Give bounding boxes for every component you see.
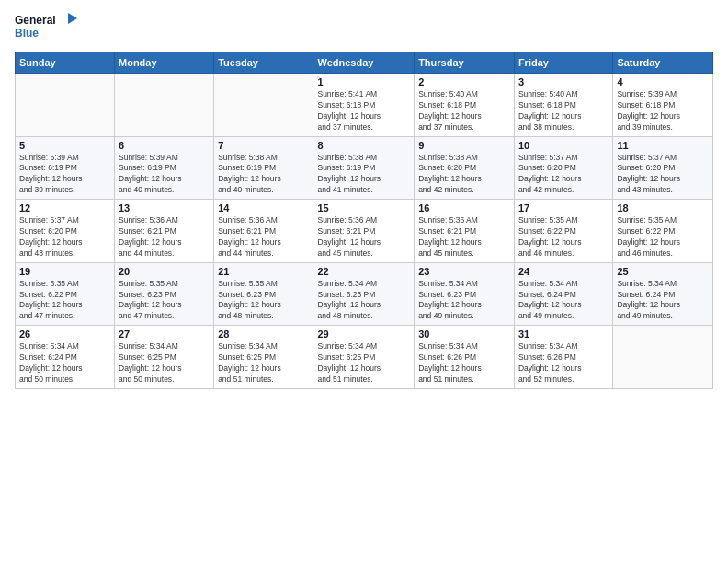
day-number: 21 (218, 266, 309, 277)
week-row-2: 5Sunrise: 5:39 AM Sunset: 6:19 PM Daylig… (16, 136, 713, 200)
calendar-cell: 2Sunrise: 5:40 AM Sunset: 6:18 PM Daylig… (415, 74, 515, 137)
day-info: Sunrise: 5:38 AM Sunset: 6:19 PM Dayligh… (317, 153, 410, 197)
header: General Blue (15, 11, 713, 44)
calendar-cell: 16Sunrise: 5:36 AM Sunset: 6:21 PM Dayli… (415, 200, 515, 263)
calendar-cell: 14Sunrise: 5:36 AM Sunset: 6:21 PM Dayli… (214, 200, 313, 263)
calendar-cell: 20Sunrise: 5:35 AM Sunset: 6:23 PM Dayli… (115, 262, 214, 326)
day-number: 13 (119, 202, 210, 213)
day-number: 17 (518, 202, 609, 213)
day-info: Sunrise: 5:37 AM Sunset: 6:20 PM Dayligh… (518, 153, 609, 197)
day-info: Sunrise: 5:39 AM Sunset: 6:18 PM Dayligh… (617, 89, 709, 133)
calendar-cell: 31Sunrise: 5:34 AM Sunset: 6:26 PM Dayli… (514, 326, 612, 389)
day-number: 22 (317, 266, 410, 277)
day-info: Sunrise: 5:34 AM Sunset: 6:24 PM Dayligh… (617, 279, 709, 323)
weekday-header-sunday: Sunday (16, 52, 115, 74)
day-info: Sunrise: 5:34 AM Sunset: 6:23 PM Dayligh… (317, 279, 410, 323)
svg-text:Blue: Blue (15, 27, 39, 40)
day-number: 12 (19, 202, 110, 213)
calendar-cell (214, 74, 313, 137)
day-info: Sunrise: 5:34 AM Sunset: 6:24 PM Dayligh… (518, 279, 609, 323)
day-info: Sunrise: 5:35 AM Sunset: 6:22 PM Dayligh… (518, 215, 609, 259)
day-info: Sunrise: 5:39 AM Sunset: 6:19 PM Dayligh… (119, 153, 210, 197)
week-row-3: 12Sunrise: 5:37 AM Sunset: 6:20 PM Dayli… (16, 200, 713, 263)
day-number: 7 (218, 140, 309, 151)
svg-marker-2 (68, 13, 77, 24)
calendar-cell: 21Sunrise: 5:35 AM Sunset: 6:23 PM Dayli… (214, 262, 313, 326)
day-info: Sunrise: 5:35 AM Sunset: 6:22 PM Dayligh… (19, 279, 110, 323)
calendar-cell (115, 74, 214, 137)
weekday-header-wednesday: Wednesday (313, 52, 415, 74)
calendar-cell: 30Sunrise: 5:34 AM Sunset: 6:26 PM Dayli… (415, 326, 515, 389)
calendar-cell: 8Sunrise: 5:38 AM Sunset: 6:19 PM Daylig… (313, 136, 415, 200)
day-info: Sunrise: 5:35 AM Sunset: 6:23 PM Dayligh… (218, 279, 309, 323)
calendar-cell: 6Sunrise: 5:39 AM Sunset: 6:19 PM Daylig… (115, 136, 214, 200)
day-number: 25 (617, 266, 709, 277)
calendar-cell: 15Sunrise: 5:36 AM Sunset: 6:21 PM Dayli… (313, 200, 415, 263)
calendar-table: SundayMondayTuesdayWednesdayThursdayFrid… (15, 52, 713, 389)
day-info: Sunrise: 5:34 AM Sunset: 6:25 PM Dayligh… (218, 341, 309, 385)
calendar-cell: 23Sunrise: 5:34 AM Sunset: 6:23 PM Dayli… (415, 262, 515, 326)
day-number: 1 (317, 76, 410, 87)
calendar-cell: 18Sunrise: 5:35 AM Sunset: 6:22 PM Dayli… (613, 200, 713, 263)
day-info: Sunrise: 5:34 AM Sunset: 6:26 PM Dayligh… (418, 341, 510, 385)
calendar-cell: 19Sunrise: 5:35 AM Sunset: 6:22 PM Dayli… (16, 262, 115, 326)
calendar-cell: 24Sunrise: 5:34 AM Sunset: 6:24 PM Dayli… (514, 262, 612, 326)
calendar-body: 1Sunrise: 5:41 AM Sunset: 6:18 PM Daylig… (16, 74, 713, 389)
weekday-header-saturday: Saturday (613, 52, 713, 74)
weekday-header-tuesday: Tuesday (214, 52, 313, 74)
calendar-cell: 3Sunrise: 5:40 AM Sunset: 6:18 PM Daylig… (514, 74, 612, 137)
day-number: 31 (518, 328, 609, 339)
day-info: Sunrise: 5:34 AM Sunset: 6:23 PM Dayligh… (418, 279, 510, 323)
day-info: Sunrise: 5:38 AM Sunset: 6:19 PM Dayligh… (218, 153, 309, 197)
weekday-header-friday: Friday (514, 52, 612, 74)
calendar-cell: 1Sunrise: 5:41 AM Sunset: 6:18 PM Daylig… (313, 74, 415, 137)
day-number: 23 (418, 266, 510, 277)
day-info: Sunrise: 5:36 AM Sunset: 6:21 PM Dayligh… (218, 215, 309, 259)
day-info: Sunrise: 5:36 AM Sunset: 6:21 PM Dayligh… (418, 215, 510, 259)
day-info: Sunrise: 5:38 AM Sunset: 6:20 PM Dayligh… (418, 153, 510, 197)
weekday-header-thursday: Thursday (415, 52, 515, 74)
calendar-cell: 7Sunrise: 5:38 AM Sunset: 6:19 PM Daylig… (214, 136, 313, 200)
day-number: 9 (418, 140, 510, 151)
day-number: 19 (19, 266, 110, 277)
day-number: 28 (218, 328, 309, 339)
weekday-header-row: SundayMondayTuesdayWednesdayThursdayFrid… (16, 52, 713, 74)
svg-text:General: General (15, 14, 56, 27)
calendar-cell: 22Sunrise: 5:34 AM Sunset: 6:23 PM Dayli… (313, 262, 415, 326)
calendar-cell: 26Sunrise: 5:34 AM Sunset: 6:24 PM Dayli… (16, 326, 115, 389)
day-info: Sunrise: 5:39 AM Sunset: 6:19 PM Dayligh… (19, 153, 110, 197)
day-info: Sunrise: 5:40 AM Sunset: 6:18 PM Dayligh… (418, 89, 510, 133)
day-info: Sunrise: 5:40 AM Sunset: 6:18 PM Dayligh… (518, 89, 609, 133)
calendar-header: SundayMondayTuesdayWednesdayThursdayFrid… (16, 52, 713, 74)
calendar-cell: 11Sunrise: 5:37 AM Sunset: 6:20 PM Dayli… (613, 136, 713, 200)
day-number: 20 (119, 266, 210, 277)
day-info: Sunrise: 5:37 AM Sunset: 6:20 PM Dayligh… (617, 153, 709, 197)
day-number: 3 (518, 76, 609, 87)
day-info: Sunrise: 5:34 AM Sunset: 6:24 PM Dayligh… (19, 341, 110, 385)
calendar-cell (613, 326, 713, 389)
week-row-1: 1Sunrise: 5:41 AM Sunset: 6:18 PM Daylig… (16, 74, 713, 137)
day-info: Sunrise: 5:34 AM Sunset: 6:25 PM Dayligh… (317, 341, 410, 385)
day-number: 2 (418, 76, 510, 87)
calendar-cell: 9Sunrise: 5:38 AM Sunset: 6:20 PM Daylig… (415, 136, 515, 200)
calendar-cell: 10Sunrise: 5:37 AM Sunset: 6:20 PM Dayli… (514, 136, 612, 200)
day-info: Sunrise: 5:36 AM Sunset: 6:21 PM Dayligh… (317, 215, 410, 259)
day-number: 4 (617, 76, 709, 87)
day-number: 26 (19, 328, 110, 339)
calendar-cell: 17Sunrise: 5:35 AM Sunset: 6:22 PM Dayli… (514, 200, 612, 263)
day-info: Sunrise: 5:35 AM Sunset: 6:23 PM Dayligh… (119, 279, 210, 323)
calendar-cell: 5Sunrise: 5:39 AM Sunset: 6:19 PM Daylig… (16, 136, 115, 200)
day-info: Sunrise: 5:34 AM Sunset: 6:26 PM Dayligh… (518, 341, 609, 385)
day-number: 6 (119, 140, 210, 151)
day-info: Sunrise: 5:37 AM Sunset: 6:20 PM Dayligh… (19, 215, 110, 259)
calendar-cell: 25Sunrise: 5:34 AM Sunset: 6:24 PM Dayli… (613, 262, 713, 326)
day-number: 10 (518, 140, 609, 151)
day-number: 16 (418, 202, 510, 213)
week-row-4: 19Sunrise: 5:35 AM Sunset: 6:22 PM Dayli… (16, 262, 713, 326)
day-number: 30 (418, 328, 510, 339)
day-number: 14 (218, 202, 309, 213)
calendar-cell (16, 74, 115, 137)
day-info: Sunrise: 5:36 AM Sunset: 6:21 PM Dayligh… (119, 215, 210, 259)
day-number: 24 (518, 266, 609, 277)
logo-svg: General Blue (15, 11, 79, 44)
